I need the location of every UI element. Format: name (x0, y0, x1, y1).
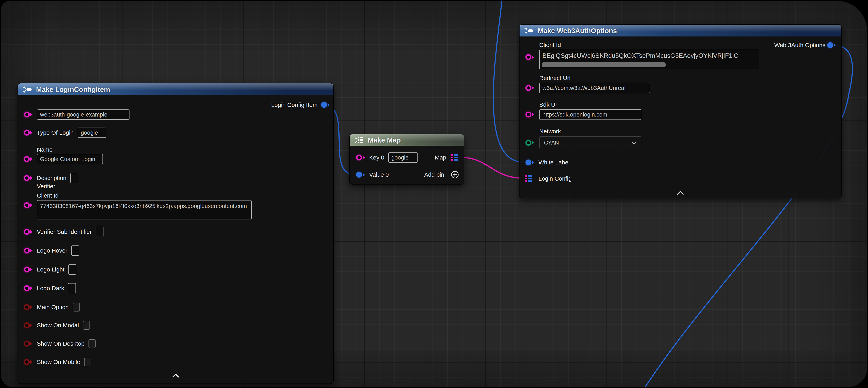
client-id-value: BEglQSgt4cUWcj6SKRdu5QkOXTsePmMcusG5EAoy… (542, 52, 738, 59)
node-header-make-map[interactable]: Make Map (350, 134, 464, 146)
client-id-input[interactable]: 774338308167-q463s7kpvja16l4l0kko3nb925i… (37, 200, 252, 219)
show-on-mobile-row: Show On Mobile (18, 356, 333, 368)
name-pin[interactable] (24, 156, 33, 162)
client-id-pin[interactable] (525, 54, 534, 60)
value0-label: Value 0 (369, 171, 389, 178)
node-title: Make Map (368, 136, 401, 144)
white-label-pin[interactable] (525, 159, 534, 166)
sdk-url-input[interactable]: https://sdk.openlogin.com (539, 109, 641, 120)
output-row-web3auth-options: Web 3Auth Options (520, 39, 841, 51)
client-id-pin[interactable] (24, 202, 33, 208)
network-pin[interactable] (525, 140, 534, 146)
logo-hover-input[interactable] (71, 245, 79, 256)
white-label-row: White Label (520, 156, 841, 168)
blueprint-editor: Make LoginConfigItem Login Config Item V… (0, 0, 868, 388)
client-id-input[interactable]: BEglQSgt4cUWcj6SKRdu5QkOXTsePmMcusG5EAoy… (539, 50, 759, 69)
verifier-sub-identifier-input[interactable] (96, 227, 103, 237)
graph-canvas[interactable]: Make LoginConfigItem Login Config Item V… (1, 1, 867, 387)
verifier-sub-identifier-label: Verifier Sub Identifier (37, 229, 92, 235)
add-pin-button[interactable] (451, 170, 459, 179)
output-row-login-config-item: Login Config Item (18, 99, 333, 111)
output-label: Web 3Auth Options (774, 42, 826, 49)
main-option-checkbox[interactable] (73, 303, 80, 311)
show-on-desktop-checkbox[interactable] (89, 339, 96, 348)
white-label-label: White Label (538, 159, 569, 166)
client-id-scrollbar[interactable] (541, 62, 666, 67)
network-label: Network (539, 128, 561, 135)
key0-pin[interactable] (356, 155, 365, 160)
value0-pin[interactable] (356, 172, 365, 178)
description-label: Description (37, 175, 66, 181)
collapse-node-button[interactable] (172, 374, 179, 378)
node-make-map[interactable]: Make Map Key 0 google Map (349, 134, 464, 184)
type-of-login-input[interactable]: google (78, 127, 106, 138)
logo-light-pin[interactable] (24, 267, 33, 272)
type-of-login-pin[interactable] (24, 130, 33, 136)
key0-input[interactable]: google (388, 152, 418, 163)
node-make-web3authoptions[interactable]: Make Web3AuthOptions Web 3Auth Options C… (519, 24, 842, 198)
show-on-mobile-checkbox[interactable] (84, 358, 91, 366)
description-input[interactable] (70, 173, 78, 183)
sdk-url-pin[interactable] (525, 112, 534, 118)
node-title: Make Web3AuthOptions (538, 27, 617, 35)
output-label: Login Config Item (271, 101, 317, 108)
logo-light-row: Logo Light (18, 264, 333, 275)
main-option-row: Main Option (18, 301, 333, 313)
node-header-make-loginconfigitem[interactable]: Make LoginConfigItem (18, 83, 333, 95)
key0-label: Key 0 (369, 154, 384, 161)
network-selected-value: CYAN (544, 140, 559, 146)
web3auth-options-output-pin[interactable] (827, 42, 836, 48)
logo-hover-pin[interactable] (24, 248, 33, 253)
login-config-row: Login Config (520, 173, 841, 184)
description-row: Description (18, 172, 333, 184)
make-struct-icon (524, 26, 534, 35)
show-on-desktop-row: Show On Desktop (18, 338, 333, 350)
login-config-item-output-pin[interactable] (321, 102, 330, 108)
show-on-mobile-label: Show On Mobile (37, 359, 80, 365)
logo-dark-input[interactable] (68, 283, 76, 293)
collapse-node-button[interactable] (677, 191, 684, 196)
logo-dark-row: Logo Dark (18, 282, 333, 294)
redirect-url-pin[interactable] (525, 85, 534, 91)
logo-dark-pin[interactable] (24, 285, 33, 291)
show-on-desktop-pin[interactable] (24, 341, 33, 347)
name-input[interactable]: Google Custom Login (37, 154, 103, 164)
show-on-modal-pin[interactable] (24, 322, 33, 328)
show-on-modal-label: Show On Modal (37, 322, 79, 329)
logo-light-input[interactable] (68, 264, 76, 275)
verifier-sub-identifier-pin[interactable] (24, 229, 33, 235)
node-make-loginconfigitem[interactable]: Make LoginConfigItem Login Config Item V… (18, 83, 334, 384)
value0-row: Value 0 Add pin (350, 169, 464, 181)
logo-hover-row: Logo Hover (18, 245, 333, 257)
chevron-down-icon (632, 140, 637, 146)
verifier-pin[interactable] (24, 112, 33, 118)
type-of-login-label: Type Of Login (37, 129, 74, 136)
key0-row: Key 0 google Map (350, 152, 464, 163)
client-id-label: Client Id (37, 192, 59, 199)
network-dropdown[interactable]: CYAN (539, 136, 641, 149)
node-header-make-web3authoptions[interactable]: Make Web3AuthOptions (520, 25, 841, 36)
type-of-login-row: Type Of Login google (18, 127, 333, 139)
logo-light-label: Logo Light (37, 266, 64, 273)
main-option-pin[interactable] (24, 304, 33, 310)
main-option-label: Main Option (37, 304, 69, 310)
sdk-url-label: Sdk Url (539, 101, 559, 108)
redirect-url-label: Redirect Url (539, 75, 570, 82)
redirect-url-input[interactable]: w3a://com.w3a.Web3AuthUnreal (539, 83, 650, 93)
make-map-icon (354, 136, 364, 145)
verifier-label: Verifier (37, 183, 55, 190)
node-title: Make LoginConfigItem (36, 86, 110, 93)
login-config-pin[interactable] (525, 175, 532, 182)
map-output-label: Map (435, 154, 446, 161)
logo-hover-label: Logo Hover (37, 247, 67, 254)
make-struct-icon (22, 85, 33, 94)
show-on-mobile-pin[interactable] (24, 359, 33, 365)
show-on-desktop-label: Show On Desktop (37, 340, 85, 347)
verifier-sub-identifier-row: Verifier Sub Identifier (18, 226, 333, 238)
verifier-input[interactable]: web3auth-google-example (37, 110, 129, 120)
client-id-label: Client Id (539, 41, 561, 48)
show-on-modal-row: Show On Modal (18, 319, 333, 331)
show-on-modal-checkbox[interactable] (83, 321, 90, 330)
map-output-pin[interactable] (451, 154, 458, 161)
description-pin[interactable] (24, 175, 33, 181)
